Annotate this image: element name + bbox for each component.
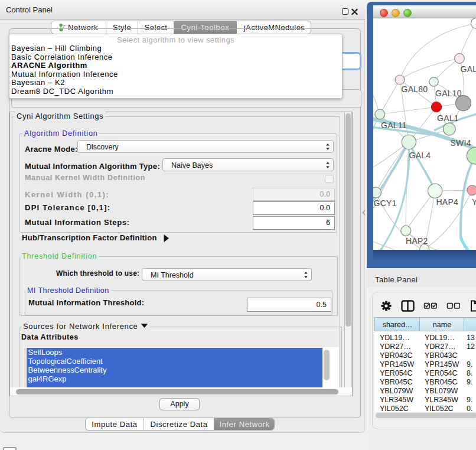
svg-text:SWI4: SWI4 xyxy=(451,138,471,148)
svg-text:HAP2: HAP2 xyxy=(406,236,428,246)
svg-text:GAL11: GAL11 xyxy=(381,120,407,130)
svg-text:GAL10: GAL10 xyxy=(435,89,462,98)
svg-text:HAP4: HAP4 xyxy=(436,197,459,207)
svg-text:GCY1: GCY1 xyxy=(374,198,397,208)
svg-text:GAL4: GAL4 xyxy=(409,151,431,160)
svg-text:GAL1: GAL1 xyxy=(437,113,459,123)
svg-text:GAL80: GAL80 xyxy=(402,84,428,94)
svg-text:Y: Y xyxy=(472,197,476,207)
svg-text:GAL7: GAL7 xyxy=(461,64,476,74)
